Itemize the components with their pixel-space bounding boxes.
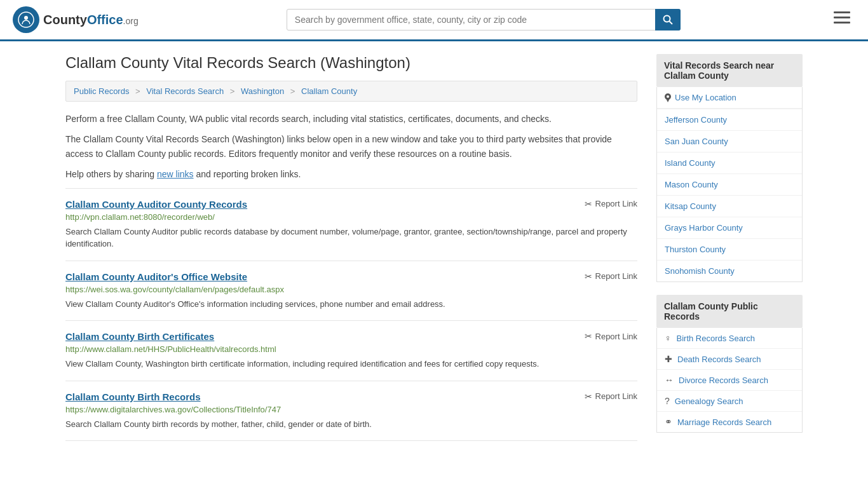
kitsap-county-link[interactable]: Kitsap County [657,196,802,217]
breadcrumb-washington[interactable]: Washington [241,86,284,96]
svg-point-1 [24,16,28,20]
list-item: Kitsap County [657,196,802,217]
breadcrumb-sep-1: > [135,86,140,96]
record-title[interactable]: Clallam County Auditor County Records [65,199,247,210]
nearby-list: Use My Location Jefferson County San Jua… [656,87,803,282]
record-url[interactable]: http://www.clallam.net/HHS/PublicHealth/… [65,344,637,354]
svg-marker-8 [666,98,670,102]
list-item: ⚭ Marriage Records Search [657,412,802,432]
record-desc: View Clallam County Auditor's Office's i… [65,298,637,311]
report-link-btn[interactable]: ✂ Report Link [585,271,637,281]
record-header: Clallam County Auditor's Office Website … [65,271,637,282]
record-item: Clallam County Auditor's Office Website … [65,261,637,321]
new-links-link[interactable]: new links [157,169,194,179]
hamburger-menu-button[interactable] [829,9,855,30]
public-records-list: ♀ Birth Records Search ✚ Death Records S… [656,328,803,433]
marriage-icon: ⚭ [665,417,672,427]
san-juan-county-link[interactable]: San Juan County [657,131,802,152]
description-para1: Perform a free Clallam County, WA public… [65,112,637,126]
report-link-label: Report Link [595,391,637,401]
logo[interactable]: CountyOffice.org [13,6,139,33]
report-link-btn[interactable]: ✂ Report Link [585,391,637,402]
public-records-section: Clallam County Public Records ♀ Birth Re… [656,295,803,433]
breadcrumb-public-records[interactable]: Public Records [74,86,129,96]
breadcrumb-clallam-county[interactable]: Clallam County [301,86,357,96]
svg-point-2 [663,16,670,22]
search-input[interactable] [287,9,681,30]
report-icon: ✂ [585,199,592,209]
use-location-label: Use My Location [675,93,736,102]
mason-county-link[interactable]: Mason County [657,174,802,195]
record-url[interactable]: http://vpn.clallam.net:8080/recorder/web… [65,212,637,222]
record-title[interactable]: Clallam County Birth Certificates [65,331,214,342]
public-records-heading: Clallam County Public Records [656,295,803,328]
record-desc: View Clallam County, Washington birth ce… [65,358,637,370]
record-item: Clallam County Birth Certificates ✂ Repo… [65,320,637,381]
logo-text: CountyOffice.org [43,13,139,27]
list-item: Mason County [657,174,802,196]
page-title: Clallam County Vital Records Search (Was… [65,54,637,72]
grays-harbor-county-link[interactable]: Grays Harbor County [657,217,802,238]
report-link-label: Report Link [595,332,637,341]
death-icon: ✚ [665,354,672,364]
report-icon: ✂ [585,271,592,281]
svg-rect-6 [834,22,850,24]
snohomish-county-link[interactable]: Snohomish County [657,261,802,281]
description-para3: Help others by sharing new links and rep… [65,167,637,181]
genealogy-link[interactable]: Genealogy Search [675,396,743,406]
birth-records-link[interactable]: Birth Records Search [677,334,756,343]
use-location-link[interactable]: Use My Location [657,87,802,109]
record-url[interactable]: https://wei.sos.wa.gov/county/clallam/en… [65,285,637,294]
main-container: Clallam County Vital Records Search (Was… [53,41,815,458]
records-list: Clallam County Auditor County Records ✂ … [65,188,637,442]
list-item: Jefferson County [657,109,802,131]
marriage-records-link[interactable]: Marriage Records Search [677,417,771,427]
list-item: ♀ Birth Records Search [657,328,802,349]
death-records-link[interactable]: Death Records Search [677,355,761,364]
use-location-item[interactable]: Use My Location [657,87,802,109]
record-item: Clallam County Auditor County Records ✂ … [65,188,637,261]
description-para3-pre: Help others by sharing [65,169,157,179]
list-item: ↔ Divorce Records Search [657,370,802,391]
genealogy-icon: ? [665,396,670,406]
birth-icon: ♀ [665,333,672,343]
breadcrumb-sep-2: > [230,86,235,96]
thurston-county-link[interactable]: Thurston County [657,239,802,260]
record-title[interactable]: Clallam County Auditor's Office Website [65,271,247,282]
list-item: Snohomish County [657,261,802,281]
description-para3-post: and reporting broken links. [194,169,301,179]
record-title[interactable]: Clallam County Birth Records [65,391,201,402]
record-header: Clallam County Birth Records ✂ Report Li… [65,391,637,402]
jefferson-county-link[interactable]: Jefferson County [657,109,802,130]
record-header: Clallam County Auditor County Records ✂ … [65,199,637,210]
logo-icon [13,6,39,33]
breadcrumb: Public Records > Vital Records Search > … [65,81,637,102]
svg-rect-5 [834,17,850,18]
list-item: San Juan County [657,131,802,152]
site-header: CountyOffice.org [0,0,868,41]
report-link-label: Report Link [595,271,637,281]
report-icon: ✂ [585,391,592,402]
divorce-records-link[interactable]: Divorce Records Search [679,376,768,385]
report-icon: ✂ [585,331,592,341]
search-bar [287,9,681,30]
report-link-label: Report Link [595,199,637,208]
location-pin-icon [665,93,671,102]
list-item: Grays Harbor County [657,217,802,239]
svg-rect-4 [834,11,850,13]
record-url[interactable]: https://www.digitalarchives.wa.gov/Colle… [65,405,637,414]
record-desc: Search Clallam County Auditor public rec… [65,226,637,250]
record-item: Clallam County Birth Records ✂ Report Li… [65,381,637,442]
report-link-btn[interactable]: ✂ Report Link [585,331,637,341]
sidebar: Vital Records Search near Clallam County… [656,54,803,445]
report-link-btn[interactable]: ✂ Report Link [585,199,637,209]
description-para2: The Clallam County Vital Records Search … [65,132,637,161]
island-county-link[interactable]: Island County [657,152,802,173]
list-item: Island County [657,152,802,174]
list-item: ? Genealogy Search [657,391,802,412]
search-button[interactable] [655,9,681,30]
list-item: ✚ Death Records Search [657,349,802,370]
breadcrumb-vital-records-search[interactable]: Vital Records Search [146,86,224,96]
breadcrumb-sep-3: > [290,86,295,96]
record-header: Clallam County Birth Certificates ✂ Repo… [65,331,637,342]
